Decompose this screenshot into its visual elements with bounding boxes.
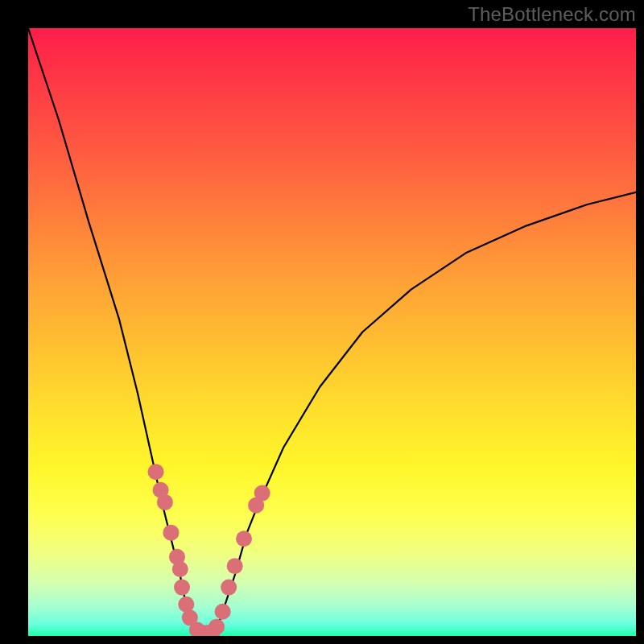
- highlight-dot: [148, 464, 164, 480]
- highlight-dot: [163, 525, 179, 541]
- watermark-label: TheBottleneck.com: [468, 3, 636, 26]
- highlight-dot: [157, 494, 173, 510]
- chart-frame: TheBottleneck.com: [0, 0, 644, 644]
- highlight-dot: [236, 530, 252, 547]
- highlight-dots-group: [148, 464, 270, 636]
- highlight-dot: [215, 604, 231, 620]
- highlight-dot: [172, 561, 188, 577]
- highlight-dot: [227, 558, 243, 574]
- highlight-dot: [221, 580, 237, 596]
- plot-area: [28, 28, 636, 636]
- bottleneck-curve: [28, 28, 636, 636]
- highlight-dot: [174, 580, 190, 596]
- highlight-dot: [208, 619, 225, 635]
- highlight-dot: [254, 485, 270, 502]
- chart-svg: [28, 28, 636, 636]
